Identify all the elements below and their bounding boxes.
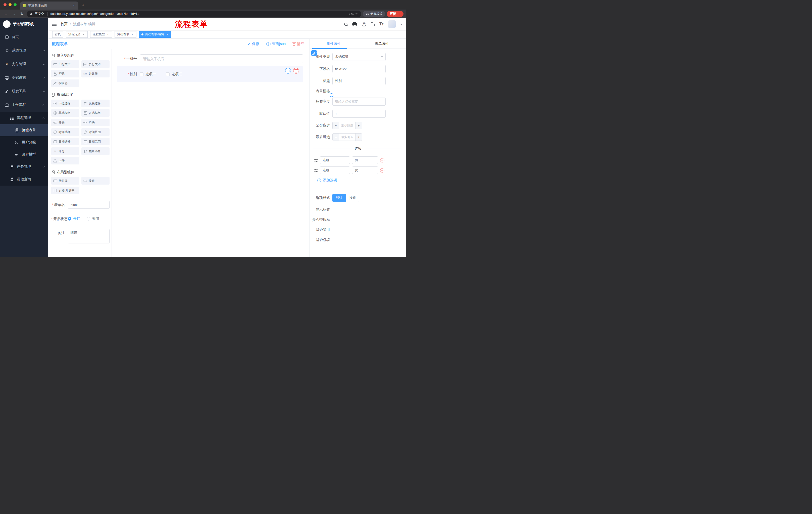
palette-item-dropdown[interactable]: 下拉选择: [51, 100, 79, 107]
search-icon[interactable]: [344, 23, 347, 26]
sidebar-item-user-group[interactable]: 用户分组: [0, 136, 48, 148]
hamburger-icon[interactable]: [52, 23, 57, 26]
palette-item-color-picker[interactable]: 颜色选择: [81, 147, 110, 155]
avatar-caret-icon[interactable]: [401, 24, 403, 26]
new-tab-button[interactable]: [80, 2, 86, 9]
decrement-button[interactable]: [332, 122, 339, 129]
tag-process-form-edit[interactable]: 流程表单-编辑: [139, 31, 171, 38]
maximize-window-button[interactable]: [13, 3, 17, 6]
clear-button[interactable]: 清空: [293, 42, 304, 46]
tab-form-props[interactable]: 表单属性: [358, 39, 406, 49]
tag-close-icon[interactable]: [82, 33, 85, 36]
palette-item-multi-line-text[interactable]: 多行文本: [81, 60, 110, 68]
palette-item-slider[interactable]: 滑块: [81, 119, 110, 126]
sidebar-item-payment[interactable]: 支付管理: [0, 57, 48, 71]
tag-process-form[interactable]: 流程表单: [115, 31, 137, 38]
breadcrumb-home[interactable]: 首页: [61, 22, 67, 26]
palette-item-row-container[interactable]: 行容器: [51, 177, 79, 185]
link-icon[interactable]: [311, 50, 317, 56]
palette-item-date-range[interactable]: 日期范围: [81, 138, 110, 145]
font-size-icon[interactable]: [379, 22, 383, 26]
remove-option-icon[interactable]: [380, 168, 384, 172]
option-value-input[interactable]: [352, 166, 378, 174]
style-button-button[interactable]: 按钮: [346, 194, 359, 202]
address-bar[interactable]: 不安全 dashboard.yudao.iocoder.cn/bpm/manag…: [27, 10, 361, 17]
fullscreen-icon[interactable]: [371, 22, 375, 26]
back-button[interactable]: [2, 10, 9, 17]
sidebar-item-workflow[interactable]: 工作流程: [0, 98, 48, 112]
sidebar-item-process-mgmt[interactable]: 流程管理: [0, 112, 48, 124]
palette-item-editor[interactable]: 编辑器: [51, 79, 79, 87]
reload-button[interactable]: [19, 10, 25, 17]
minimize-window-button[interactable]: [8, 3, 11, 6]
canvas-field-gender-selected[interactable]: 性别 选项一 选项二: [117, 66, 303, 82]
tab-close-icon[interactable]: [72, 3, 76, 7]
sidebar-item-home[interactable]: 首页: [0, 30, 48, 44]
tag-close-icon[interactable]: [106, 33, 110, 36]
sidebar-item-process-form[interactable]: 流程表单: [0, 124, 48, 136]
tag-close-icon[interactable]: [130, 33, 134, 36]
drag-handle-icon[interactable]: [314, 158, 318, 162]
tab-component-props[interactable]: 组件属性: [310, 39, 358, 49]
sidebar-item-process-model[interactable]: 流程模型: [0, 148, 48, 160]
help-icon[interactable]: [362, 22, 366, 26]
tag-close-icon[interactable]: [166, 33, 169, 36]
gender-option-1[interactable]: 选项一: [140, 72, 156, 77]
title-input[interactable]: [332, 77, 386, 85]
label-width-input[interactable]: [332, 98, 386, 106]
palette-item-date-picker[interactable]: 日期选择: [51, 138, 79, 145]
key-icon[interactable]: [349, 12, 353, 16]
option-label-input[interactable]: [320, 156, 350, 164]
github-icon[interactable]: [352, 22, 357, 27]
star-icon[interactable]: [355, 12, 358, 16]
palette-item-counter[interactable]: 计数器: [81, 70, 110, 77]
option-label-input[interactable]: [320, 166, 350, 174]
palette-item-cascader[interactable]: 级联选择: [81, 100, 110, 107]
drag-handle-icon[interactable]: [314, 168, 318, 172]
decrement-button[interactable]: [332, 134, 339, 141]
form-name-input[interactable]: [68, 201, 110, 209]
slider-handle[interactable]: [330, 93, 334, 97]
duplicate-component-button[interactable]: [285, 68, 291, 74]
palette-item-button[interactable]: 按钮: [81, 177, 110, 185]
canvas-field-phone[interactable]: 手机号: [117, 54, 303, 63]
update-button[interactable]: 更新: [387, 11, 404, 17]
checkbox-icon[interactable]: [166, 73, 170, 76]
component-type-select[interactable]: 多选框组: [332, 53, 386, 61]
palette-item-switch[interactable]: 开关: [51, 119, 79, 126]
tag-home[interactable]: 首页: [52, 31, 63, 38]
checkbox-icon[interactable]: [140, 73, 143, 76]
option-value-input[interactable]: [352, 156, 378, 164]
palette-item-rate[interactable]: 评分: [51, 147, 79, 155]
increment-button[interactable]: [355, 122, 362, 129]
palette-item-radio-group[interactable]: 单选框组: [51, 109, 79, 117]
form-remark-textarea[interactable]: 嘿嘿: [68, 229, 110, 243]
forward-button[interactable]: [10, 10, 17, 17]
field-name-input[interactable]: [332, 65, 386, 73]
palette-item-table[interactable]: 表格[开发中]: [51, 187, 79, 194]
save-button[interactable]: 保存: [248, 42, 259, 46]
increment-button[interactable]: [355, 134, 362, 141]
sidebar-item-task-mgmt[interactable]: 任务管理: [0, 160, 48, 173]
default-value-input[interactable]: [332, 110, 386, 118]
palette-item-checkbox-group[interactable]: 多选框组: [81, 109, 110, 117]
sidebar-item-infra[interactable]: 基础设施: [0, 71, 48, 84]
palette-item-single-line-text[interactable]: 单行文本: [51, 60, 79, 68]
palette-item-time-range[interactable]: 时间范围: [81, 128, 110, 136]
tag-process-model[interactable]: 流程模型: [90, 31, 112, 38]
status-radio-on[interactable]: 开启: [68, 217, 80, 221]
style-default-button[interactable]: 默认: [332, 194, 346, 202]
palette-item-time-picker[interactable]: 时间选择: [51, 128, 79, 136]
palette-item-password[interactable]: 密码: [51, 70, 79, 77]
phone-input[interactable]: [140, 54, 303, 63]
sidebar-item-system[interactable]: 系统管理: [0, 44, 48, 57]
status-radio-off[interactable]: 关闭: [87, 217, 99, 221]
add-option-button[interactable]: 添加选项: [317, 178, 406, 183]
sidebar-item-devtools[interactable]: 研发工具: [0, 84, 48, 98]
delete-component-button[interactable]: [293, 68, 299, 74]
tag-process-definition[interactable]: 流程定义: [66, 31, 88, 38]
sidebar-item-leave-query[interactable]: 请假查询: [0, 173, 48, 186]
gender-option-2[interactable]: 选项二: [166, 72, 182, 77]
browser-tab[interactable]: 芋道管理系统: [20, 1, 78, 9]
browser-menu-icon[interactable]: [398, 12, 401, 16]
